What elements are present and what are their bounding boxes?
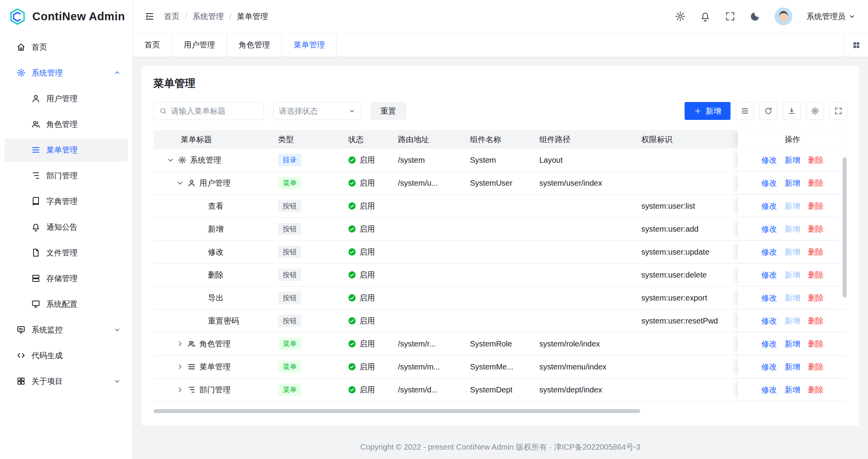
- edit-link[interactable]: 修改: [761, 385, 777, 395]
- table-row: 新增 按钮 启用 system:user:add 修改新增删除: [153, 218, 847, 241]
- edit-link[interactable]: 修改: [761, 247, 777, 257]
- delete-link[interactable]: 删除: [808, 293, 824, 303]
- sidebar-item-departments[interactable]: 部门管理: [5, 164, 128, 187]
- add-link-disabled: 新增: [785, 224, 800, 234]
- tab-roles[interactable]: 角色管理: [227, 33, 282, 57]
- status-text: 启用: [359, 155, 375, 165]
- sidebar-item-files[interactable]: 文件管理: [5, 241, 128, 264]
- edit-link[interactable]: 修改: [761, 270, 777, 280]
- delete-link[interactable]: 删除: [808, 362, 824, 372]
- edit-link[interactable]: 修改: [761, 224, 777, 234]
- status-select-value: 请选择状态: [279, 106, 318, 116]
- delete-link[interactable]: 删除: [808, 339, 824, 349]
- add-link[interactable]: 新增: [785, 362, 800, 372]
- chevron-up-icon: [114, 69, 121, 76]
- add-button[interactable]: 新增: [685, 102, 731, 120]
- delete-link[interactable]: 删除: [808, 201, 824, 211]
- vertical-scrollbar[interactable]: [843, 157, 847, 297]
- delete-link[interactable]: 删除: [808, 224, 824, 234]
- chevron-right-icon[interactable]: [176, 363, 184, 371]
- chevron-right-icon[interactable]: [176, 386, 184, 394]
- page-card: 菜单管理 请选择状态 重置 新增: [142, 66, 859, 426]
- route-cell: [390, 264, 462, 286]
- horizontal-scrollbar-thumb[interactable]: [153, 409, 640, 413]
- delete-link[interactable]: 删除: [808, 178, 824, 188]
- fullscreen-icon[interactable]: [725, 11, 736, 22]
- component-path-cell: Layout: [532, 149, 634, 171]
- component-name-cell: [462, 195, 532, 217]
- horizontal-scrollbar[interactable]: [153, 408, 847, 414]
- sidebar-item-dictionary[interactable]: 字典管理: [5, 190, 128, 213]
- search-input[interactable]: [171, 107, 258, 116]
- col-header-actions: 操作: [738, 130, 847, 149]
- breadcrumb-separator: /: [185, 12, 187, 21]
- export-button[interactable]: [783, 102, 801, 120]
- user-icon: [31, 94, 40, 103]
- edit-link[interactable]: 修改: [761, 155, 777, 165]
- table-row: 导出 按钮 启用 system:user:export 修改新增删除: [153, 287, 847, 310]
- user-avatar[interactable]: [775, 7, 792, 25]
- sidebar-item-about[interactable]: 关于项目: [5, 369, 128, 393]
- chevron-right-icon[interactable]: [176, 340, 184, 348]
- delete-link[interactable]: 删除: [808, 385, 824, 395]
- delete-link[interactable]: 删除: [808, 155, 824, 165]
- status-enabled-icon: [348, 386, 356, 394]
- app-logo[interactable]: ContiNew Admin: [0, 0, 132, 33]
- edit-link[interactable]: 修改: [761, 201, 777, 211]
- type-tag: 按钮: [278, 246, 301, 258]
- breadcrumb-item[interactable]: 系统管理: [193, 11, 224, 22]
- grid-icon: [16, 376, 26, 386]
- add-link[interactable]: 新增: [785, 385, 800, 395]
- users-icon: [31, 120, 40, 129]
- sidebar-item-label: 字典管理: [46, 196, 77, 207]
- component-name-cell: SystemDept: [462, 378, 532, 401]
- settings-icon[interactable]: [675, 11, 686, 22]
- edit-link[interactable]: 修改: [761, 362, 777, 372]
- add-link[interactable]: 新增: [785, 155, 800, 165]
- edit-link[interactable]: 修改: [761, 316, 777, 326]
- refresh-button[interactable]: [759, 102, 777, 120]
- status-text: 启用: [359, 178, 375, 188]
- tab-users[interactable]: 用户管理: [172, 33, 227, 57]
- storage-icon: [31, 274, 40, 283]
- chevron-down-icon[interactable]: [167, 156, 174, 164]
- sidebar-item-codegen[interactable]: 代码生成: [5, 344, 128, 367]
- tab-menus[interactable]: 菜单管理: [282, 33, 337, 57]
- type-tag: 按钮: [278, 292, 301, 304]
- tab-home[interactable]: 首页: [133, 33, 172, 57]
- edit-link[interactable]: 修改: [761, 293, 777, 303]
- add-link[interactable]: 新增: [785, 178, 800, 188]
- delete-link[interactable]: 删除: [808, 247, 824, 257]
- dark-mode-moon-icon[interactable]: [750, 11, 761, 22]
- batch-list-button[interactable]: [736, 102, 754, 120]
- bell-icon[interactable]: [700, 11, 711, 22]
- route-cell: /system: [390, 149, 462, 171]
- status-enabled-icon: [348, 248, 356, 256]
- breadcrumb-item[interactable]: 首页: [164, 11, 180, 22]
- sidebar-item-system[interactable]: 系统管理: [5, 61, 128, 84]
- edit-link[interactable]: 修改: [761, 178, 777, 188]
- sidebar-item-users[interactable]: 用户管理: [5, 87, 128, 110]
- chevron-down-icon[interactable]: [176, 179, 184, 187]
- sidebar-item-roles[interactable]: 角色管理: [5, 113, 128, 136]
- col-header-component-name: 组件名称: [462, 130, 532, 149]
- component-path-cell: [532, 287, 634, 309]
- table-fullscreen-button[interactable]: [829, 102, 847, 120]
- sidebar-item-storage[interactable]: 存储管理: [5, 267, 128, 290]
- reset-button[interactable]: 重置: [370, 102, 406, 120]
- menu-fold-icon[interactable]: [144, 11, 155, 21]
- column-settings-button[interactable]: [806, 102, 824, 120]
- edit-link[interactable]: 修改: [761, 339, 777, 349]
- tab-list-icon[interactable]: [844, 33, 868, 57]
- delete-link[interactable]: 删除: [808, 316, 824, 326]
- sidebar-item-home[interactable]: 首页: [5, 35, 128, 59]
- delete-link[interactable]: 删除: [808, 270, 824, 280]
- status-select[interactable]: 请选择状态: [273, 102, 361, 120]
- user-menu[interactable]: 系统管理员: [806, 11, 856, 22]
- sidebar-item-monitor[interactable]: 系统监控: [5, 318, 128, 341]
- sidebar-item-menus[interactable]: 菜单管理: [5, 138, 128, 162]
- sidebar-item-config[interactable]: 系统配置: [5, 292, 128, 316]
- add-link[interactable]: 新增: [785, 339, 800, 349]
- sidebar-item-notices[interactable]: 通知公告: [5, 215, 128, 239]
- type-tag: 按钮: [278, 223, 301, 235]
